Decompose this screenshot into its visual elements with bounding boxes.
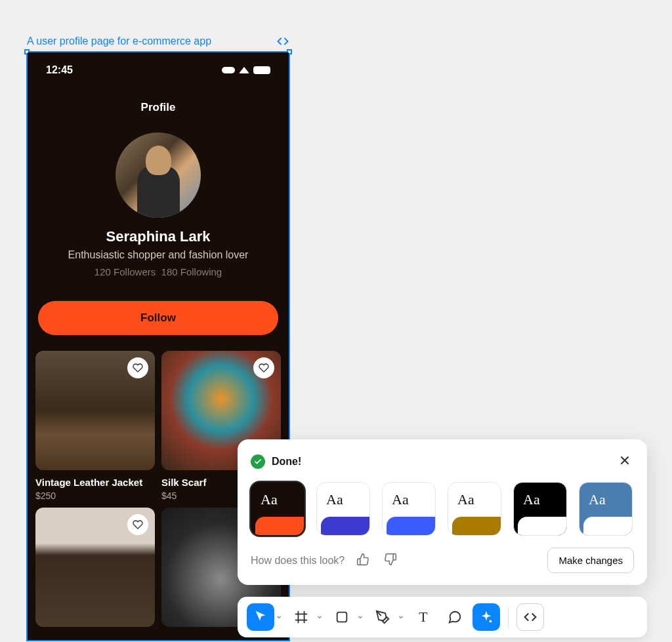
followers-count[interactable]: 120: [94, 266, 111, 277]
theme-option[interactable]: Aa: [513, 482, 567, 536]
product-card[interactable]: [35, 508, 155, 627]
profile-bio: Enthusiastic shopper and fashion lover: [41, 249, 276, 261]
theme-option[interactable]: Aa: [251, 482, 304, 536]
thumbs-up-button[interactable]: [354, 550, 372, 571]
make-changes-button[interactable]: Make changes: [547, 548, 634, 573]
frame-tool-caret[interactable]: [315, 614, 324, 620]
dev-mode-tool[interactable]: [516, 603, 544, 631]
theme-label: Aa: [448, 483, 501, 517]
cursor-tool[interactable]: [247, 603, 274, 631]
theme-accent: [518, 517, 566, 535]
pen-tool[interactable]: [369, 603, 396, 631]
popup-status: Done!: [251, 454, 301, 469]
profile-stats: 120 Followers 180 Following: [41, 266, 276, 277]
theme-option[interactable]: Aa: [316, 482, 370, 536]
cursor-tool-caret[interactable]: [274, 614, 284, 620]
favorite-button[interactable]: [127, 514, 148, 535]
theme-accent: [387, 517, 435, 535]
comment-tool[interactable]: [441, 603, 469, 631]
follow-button[interactable]: Follow: [38, 301, 278, 335]
text-tool[interactable]: T: [410, 603, 437, 631]
theme-popup: Done! AaAaAaAaAaAa How does this look? M…: [238, 439, 647, 585]
frame-label-text: A user profile page for e-commerce app: [27, 35, 211, 47]
frame-label[interactable]: A user profile page for e-commerce app: [27, 35, 211, 47]
frame-code-icon[interactable]: [276, 35, 290, 50]
theme-accent: [321, 517, 369, 535]
svg-rect-6: [337, 612, 347, 622]
toolbar: T: [238, 597, 647, 637]
status-bar: 12:45: [28, 52, 289, 81]
followers-label[interactable]: Followers: [114, 266, 156, 277]
theme-label: Aa: [514, 483, 566, 517]
theme-label: Aa: [383, 483, 435, 517]
feedback-group: How does this look?: [251, 550, 400, 571]
product-image[interactable]: [35, 351, 155, 470]
favorite-button[interactable]: [253, 357, 274, 378]
theme-option[interactable]: Aa: [382, 482, 436, 536]
pen-tool-caret[interactable]: [396, 614, 406, 620]
close-button[interactable]: [616, 451, 634, 471]
favorite-button[interactable]: [127, 357, 148, 378]
theme-accent: [583, 517, 632, 535]
theme-options: AaAaAaAaAaAa: [251, 482, 634, 536]
shape-tool-caret[interactable]: [356, 614, 365, 620]
frame-tool[interactable]: [287, 603, 315, 631]
thumbs-down-button[interactable]: [381, 550, 400, 571]
battery-icon: [253, 66, 270, 74]
wifi-icon: [239, 67, 249, 73]
toolbar-separator: [508, 607, 509, 628]
product-price: $250: [35, 491, 155, 501]
theme-option[interactable]: Aa: [448, 482, 501, 536]
theme-option[interactable]: Aa: [579, 482, 633, 536]
check-circle-icon: [251, 454, 265, 469]
theme-accent: [255, 517, 304, 535]
shape-tool[interactable]: [328, 603, 356, 631]
popup-status-text: Done!: [272, 456, 301, 468]
profile-name: Seraphina Lark: [41, 228, 276, 245]
theme-label: Aa: [317, 483, 369, 517]
following-label[interactable]: Following: [180, 266, 222, 277]
status-icons: [222, 66, 270, 74]
theme-accent: [452, 517, 501, 535]
product-image[interactable]: [35, 508, 155, 627]
svg-point-7: [490, 620, 492, 623]
product-title: Vintage Leather Jacket: [35, 477, 155, 488]
avatar[interactable]: [116, 132, 201, 218]
ai-tool[interactable]: [472, 603, 500, 631]
signal-icon: [222, 67, 235, 73]
status-time: 12:45: [46, 64, 73, 76]
following-count[interactable]: 180: [161, 266, 178, 277]
theme-label: Aa: [251, 483, 304, 517]
feedback-prompt: How does this look?: [251, 555, 345, 567]
profile-header: Profile Seraphina Lark Enthusiastic shop…: [28, 81, 289, 291]
theme-label: Aa: [579, 483, 632, 517]
page-title: Profile: [41, 101, 276, 114]
product-card[interactable]: Vintage Leather Jacket $250: [35, 351, 155, 501]
